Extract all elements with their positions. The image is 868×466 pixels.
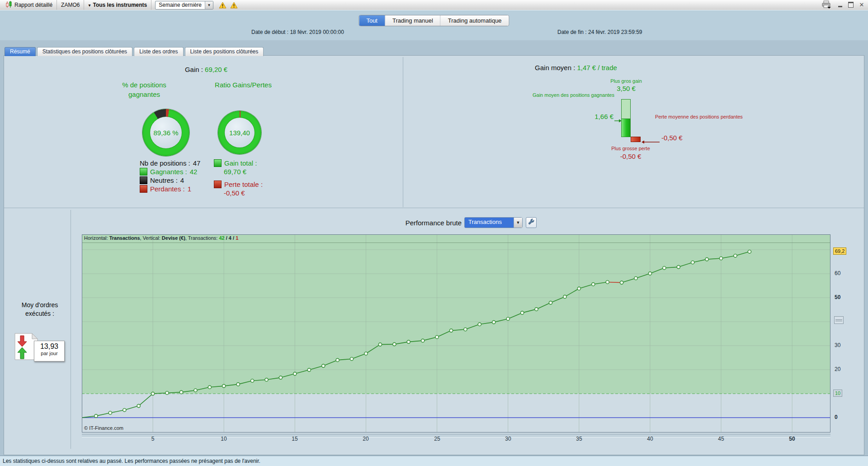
loss-total-row: Perte totale : bbox=[214, 180, 263, 189]
biggest-gain-bar bbox=[621, 99, 631, 119]
average-gain-title: Gain moyen : 1,47 € / trade bbox=[456, 64, 696, 71]
report-tabs: Résumé Statistiques des positions clôtur… bbox=[5, 47, 264, 56]
x-tick-label: 40 bbox=[643, 436, 657, 442]
biggest-loss-label: Plus grosse perte bbox=[585, 145, 676, 152]
end-date: Date de fin : 24 févr. 2019 23:59:59 bbox=[557, 29, 642, 35]
avg-loss-bar bbox=[631, 137, 641, 142]
x-tick-label: 15 bbox=[288, 436, 302, 442]
ratio-donut-title: Ratio Gains/Pertes bbox=[205, 80, 282, 90]
winning-donut-title: % de positions gagnantes bbox=[108, 80, 180, 99]
avg-win-value: 1,66 € bbox=[564, 113, 613, 120]
top-toolbar: Rapport détaillé ZAMO6 ▾ Tous les instru… bbox=[0, 0, 868, 10]
y-tick-label: 50 bbox=[835, 294, 840, 300]
chart-header-strip: Horizontal: Transactions, Vertical: Devi… bbox=[82, 234, 830, 243]
tab-stats-positions[interactable]: Statistiques des positions clôturées bbox=[37, 47, 132, 56]
winning-swatch bbox=[140, 168, 147, 176]
winning-positions-donut: 89,36 % bbox=[142, 109, 189, 156]
avg-loss-label: Perte moyenne des positions perdantes bbox=[655, 114, 759, 120]
warning-icon[interactable] bbox=[219, 2, 226, 9]
dropdown-arrow-icon[interactable]: ▼ bbox=[514, 218, 522, 228]
biggest-gain-value: 3,50 € bbox=[581, 85, 671, 92]
neutral-swatch bbox=[140, 176, 147, 184]
copyright-label: © IT-Finance.com bbox=[84, 425, 123, 431]
y-axis-labels: 010203040506069,2 bbox=[833, 234, 868, 433]
report-header: Tout Trading manuel Trading automatique … bbox=[0, 10, 868, 40]
average-gain-visual: Gain moyen : 1,47 € / trade Plus gros ga… bbox=[456, 64, 782, 209]
gain-total-row: Gain total : bbox=[214, 159, 263, 167]
performance-chart[interactable]: Horizontal: Transactions, Vertical: Devi… bbox=[82, 234, 830, 433]
all-instruments-dropdown[interactable]: ▾ Tous les instruments bbox=[84, 0, 151, 10]
avg-win-label: Gain moyen des positions gagnantes bbox=[492, 92, 614, 98]
instrument-button[interactable]: ZAMO6 bbox=[57, 0, 84, 10]
tab-liste-positions[interactable]: Liste des positions clôturées bbox=[185, 47, 264, 56]
nb-positions-row: Nb de positions : 47 bbox=[140, 159, 200, 167]
performance-title: Performance brute bbox=[371, 219, 462, 227]
minimize-icon bbox=[838, 6, 842, 7]
losing-swatch bbox=[140, 185, 147, 193]
restore-icon bbox=[848, 2, 854, 8]
close-button[interactable]: ✕ bbox=[858, 1, 865, 9]
loss-total-value-row: -0,50 € bbox=[214, 189, 263, 197]
winning-donut-value: 89,36 % bbox=[142, 109, 189, 156]
biggest-loss-value: -0,50 € bbox=[585, 152, 676, 160]
detailed-report-button[interactable]: Rapport détaillé bbox=[2, 0, 57, 10]
gain-title: Gain : 69,20 € bbox=[116, 66, 297, 73]
x-tick-label: 5 bbox=[146, 436, 160, 442]
start-date: Date de début : 18 févr. 2019 00:00:00 bbox=[251, 29, 344, 35]
disclaimer-text: Les statistiques ci-dessus sont relative… bbox=[3, 458, 260, 464]
loss-total-swatch bbox=[214, 181, 222, 188]
avg-loss-value: -0,50 € bbox=[661, 134, 683, 142]
gain-total-swatch bbox=[214, 159, 222, 167]
orders-per-day-title: Moy d'ordres exécutés : bbox=[8, 301, 72, 318]
view-switcher: Tout Trading manuel Trading automatique bbox=[359, 15, 509, 26]
tab-liste-ordres[interactable]: Liste des ordres bbox=[134, 47, 183, 56]
x-tick-label: 10 bbox=[217, 436, 231, 442]
period-select[interactable]: Semaine dernière ▼ bbox=[155, 1, 213, 10]
dropdown-arrow-icon[interactable]: ▼ bbox=[205, 1, 213, 9]
avg-win-bar bbox=[621, 119, 631, 137]
losing-legend-row: Perdantes : 1 bbox=[140, 185, 200, 193]
chart-mode-select[interactable]: Transactions ▼ bbox=[464, 217, 523, 228]
orders-per-day-value: 13,93 par jour bbox=[34, 341, 65, 361]
x-tick-label: 30 bbox=[501, 436, 515, 442]
neutral-legend-row: Neutres : 4 bbox=[140, 176, 200, 185]
window-controls: ✕ bbox=[821, 0, 865, 10]
view-tab-tout[interactable]: Tout bbox=[359, 15, 385, 26]
winning-legend-row: Gagnantes : 42 bbox=[140, 167, 200, 176]
status-bar: Les statistiques ci-dessus sont relative… bbox=[0, 456, 868, 466]
axis-scale-icon[interactable] bbox=[834, 316, 844, 324]
caret-down-icon: ▾ bbox=[88, 3, 90, 8]
restore-button[interactable] bbox=[847, 1, 854, 9]
last-value-badge: 69,2 bbox=[833, 247, 846, 255]
warning-icon[interactable] bbox=[230, 2, 238, 9]
x-tick-label: 35 bbox=[572, 436, 586, 442]
chart-mode-value: Transactions bbox=[465, 218, 514, 228]
ratio-donut-value: 139,40 bbox=[218, 111, 261, 154]
y-tick-label: 20 bbox=[835, 366, 840, 372]
y-tick-label: 0 bbox=[835, 414, 838, 420]
view-tab-trading-automatique[interactable]: Trading automatique bbox=[441, 15, 509, 26]
wrench-icon bbox=[528, 219, 534, 227]
summary-vertical-divider bbox=[403, 57, 403, 207]
chart-left-divider bbox=[71, 210, 71, 449]
print-button[interactable] bbox=[821, 1, 833, 9]
tab-resume[interactable]: Résumé bbox=[5, 47, 36, 56]
biggest-gain-label: Plus gros gain bbox=[581, 78, 671, 84]
close-icon: ✕ bbox=[859, 1, 864, 9]
candlestick-icon bbox=[6, 1, 12, 10]
minimize-button[interactable] bbox=[836, 1, 844, 9]
chart-settings-button[interactable] bbox=[526, 217, 537, 228]
y-tick-label: 30 bbox=[835, 342, 840, 348]
gain-total-value-row: 69,70 € bbox=[214, 167, 263, 176]
summary-panel: Gain : 69,20 € % de positions gagnantes … bbox=[4, 55, 864, 455]
gain-loss-ratio-donut: 139,40 bbox=[218, 111, 261, 154]
detailed-report-label: Rapport détaillé bbox=[14, 2, 52, 8]
positions-legend: Nb de positions : 47 Gagnantes : 42 Neut… bbox=[140, 159, 200, 193]
threshold-label: 10 bbox=[833, 390, 842, 397]
x-axis-labels: 5101520253035404550 bbox=[82, 436, 830, 443]
view-tab-trading-manuel[interactable]: Trading manuel bbox=[385, 15, 441, 26]
totals-legend: Gain total : 69,70 € Perte totale : -0,5… bbox=[214, 159, 263, 197]
avg-win-arrow-icon bbox=[614, 117, 622, 125]
y-tick-label: 60 bbox=[835, 270, 840, 276]
chart-canvas[interactable] bbox=[82, 234, 830, 433]
